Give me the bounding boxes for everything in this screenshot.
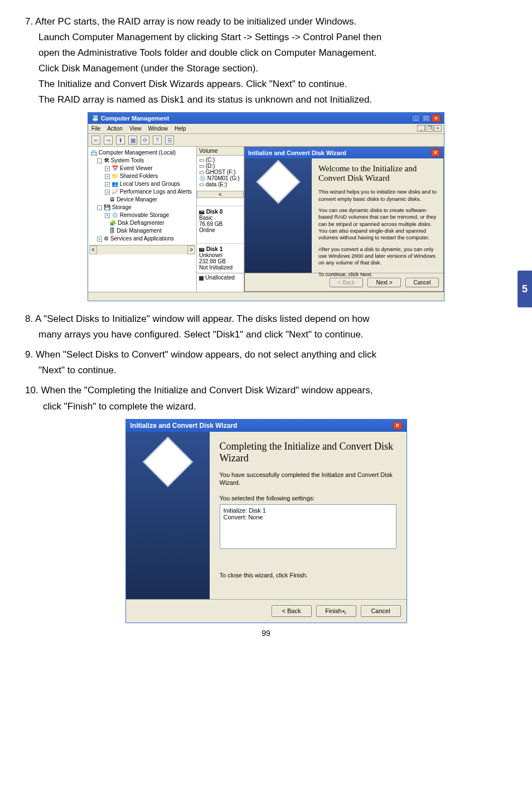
wizard2-p3: To close this wizard, click Finish. (220, 571, 396, 579)
wizard1-p4: To continue, click Next. (318, 271, 437, 278)
cm-volume-pane: Volume ▭ (C:) ▭ (D:) ▭ GHOST (F:) 💿 N70M… (197, 147, 244, 292)
tree-root[interactable]: 📇 Computer Management (Local) (89, 149, 195, 157)
wizard1-back-button: < Back (330, 278, 363, 287)
mdi-close[interactable]: × (434, 125, 442, 132)
tree-shared-folders[interactable]: +📁 Shared Folders (89, 172, 195, 180)
maximize-button[interactable]: □ (422, 114, 431, 122)
vol-c[interactable]: ▭ (C:) (199, 157, 241, 163)
tree-removable[interactable]: +💿 Removable Storage (89, 211, 195, 219)
cm-titlebar: 📇 Computer Management _ □ × (88, 113, 444, 124)
disk1-panel[interactable]: 🖴 Disk 1 Unknown 232.88 GB Not Initializ… (197, 243, 244, 273)
step-7-line5: The Initialize and Convert Disk Wizards … (38, 76, 507, 92)
wizard2-p2: You selected the following settings: (220, 494, 396, 502)
step-10: 10. When the "Completing the Initialize … (25, 383, 507, 414)
menu-action[interactable]: Action (107, 126, 123, 132)
tree-storage[interactable]: -💾 Storage (89, 204, 195, 211)
minimize-button[interactable]: _ (412, 114, 420, 122)
wizard1-close-button[interactable]: × (431, 149, 440, 157)
vol-g[interactable]: 💿 N70M01 (G:) (199, 175, 241, 181)
step-9: 9. When "Select Disks to Convert" window… (25, 347, 507, 378)
tree-local-users[interactable]: +👥 Local Users and Groups (89, 180, 195, 188)
close-button[interactable]: × (432, 114, 441, 122)
step-7-line2: Launch Computer Management by clicking S… (38, 30, 507, 45)
menu-view[interactable]: View (129, 126, 142, 132)
up-icon[interactable]: ⬆ (116, 136, 125, 144)
step-7-num: 7. (25, 14, 33, 30)
step-7-line3: open the Administrative Tools folder and… (38, 45, 507, 61)
tree-event-viewer[interactable]: +📅 Event Viewer (89, 165, 195, 172)
wizard2-dialog: Initialize and Convert Disk Wizard × Com… (125, 419, 407, 623)
mdi-minimize[interactable]: _ (417, 125, 425, 132)
step-7-line1: After PC starts, the RAID array is now r… (35, 16, 356, 27)
list-icon[interactable]: ☰ (165, 136, 174, 144)
disk-wizard-icon (256, 160, 300, 204)
menu-window[interactable]: Window (148, 126, 168, 132)
chapter-tab: 5 (518, 271, 532, 307)
tree-scrollbar[interactable]: <> (89, 245, 195, 254)
wizard2-heading: Completing the Initialize and Convert Di… (220, 441, 396, 464)
step-7: 7. After PC starts, the RAID array is no… (25, 14, 507, 108)
vol-d[interactable]: ▭ (D:) (199, 163, 241, 169)
wizard2-title-text: Initialize and Convert Disk Wizard (130, 422, 238, 430)
legend-unallocated: Unallocated (197, 273, 244, 282)
forward-icon[interactable]: ⇒ (104, 136, 113, 144)
cm-tree: 📇 Computer Management (Local) -🛠 System … (88, 147, 197, 292)
step-10-line2: click "Finish" to complete the wizard. (43, 399, 507, 414)
back-icon[interactable]: ⇐ (91, 136, 100, 144)
step-10-num: 10. (25, 383, 38, 398)
wizard2-set1: Initialize: Disk 1 (224, 507, 393, 514)
tree-system-tools[interactable]: -🛠 System Tools (89, 157, 195, 165)
step-9-line1: When "Select Disks to Convert" window ap… (36, 349, 376, 360)
step-8-num: 8. (25, 311, 33, 327)
wizard1-heading: Welcome to the Initialize and Convert Di… (318, 164, 437, 183)
cm-toolbar: ⇐ ⇒ ⬆ ▦ ⟳ ? ☰ (88, 134, 444, 147)
step-8-line1: A "Select Disks to Initialize" window wi… (35, 314, 370, 324)
computer-management-window: 📇 Computer Management _ □ × File Action … (88, 112, 444, 301)
wizard2-back-button[interactable]: < Back (272, 605, 312, 617)
wizard2-sidebar (126, 432, 210, 599)
step-8-line2: many arrays you have configured. Select … (38, 327, 507, 343)
wizard1-p3: After you convert a disk to dynamic, you… (318, 246, 437, 267)
wizard2-p1: You have successfully completed the Init… (220, 471, 396, 487)
cm-menubar: File Action View Window Help _ ❐ × (88, 124, 444, 134)
wizard2-settings-box: Initialize: Disk 1 Convert: None (220, 504, 396, 549)
wizard2-close-button[interactable]: × (393, 422, 402, 430)
menu-file[interactable]: File (91, 126, 100, 132)
wizard1-cancel-button[interactable]: Cancel (405, 278, 439, 287)
tree-defrag[interactable]: 🧩 Disk Defragmenter (89, 219, 195, 227)
wizard2-cancel-button[interactable]: Cancel (361, 605, 401, 617)
cm-title-text: Computer Management (101, 115, 169, 122)
wizard1-next-button[interactable]: Next > (367, 278, 401, 287)
tree-device-mgr[interactable]: 🖥 Device Manager (89, 196, 195, 204)
step-9-num: 9. (25, 347, 33, 363)
wizard2-finish-button[interactable]: Finish↖ (316, 605, 356, 617)
wizard1-title-text: Initialize and Convert Disk Wizard (248, 150, 346, 156)
vol-e[interactable]: ▭ data (E:) (199, 181, 241, 187)
step-9-line2: "Next" to continue. (38, 363, 507, 378)
wizard1-sidebar (245, 158, 312, 273)
wizard2-set2: Convert: None (224, 514, 393, 520)
tree-services[interactable]: +⚙ Services and Applications (89, 235, 195, 243)
step-8: 8. A "Select Disks to Initialize" window… (25, 311, 507, 343)
wizard1-titlebar: Initialize and Convert Disk Wizard × (245, 147, 443, 158)
vol-f[interactable]: ▭ GHOST (F:) (199, 169, 241, 175)
tree-perf-logs[interactable]: +📈 Performance Logs and Alerts (89, 188, 195, 196)
step-7-line6: The RAID array is named as Disk1 and its… (38, 92, 507, 108)
cursor-icon: ↖ (342, 609, 347, 615)
menu-help[interactable]: Help (175, 126, 186, 132)
vol-scroll-left[interactable]: < (197, 191, 244, 198)
mdi-restore[interactable]: ❐ (425, 125, 433, 132)
refresh-icon[interactable]: ⟳ (141, 136, 149, 144)
disk0-panel[interactable]: 🖴 Disk 0 Basic 76.69 GB Online (197, 206, 244, 235)
wizard1-dialog: Initialize and Convert Disk Wizard × Wel… (244, 147, 444, 292)
views-icon[interactable]: ▦ (128, 136, 137, 144)
cm-statusbar (88, 292, 444, 301)
tree-diskmgmt[interactable]: 🗄 Disk Management (89, 227, 195, 235)
wizard1-p1: This wizard helps you to initialize new … (318, 189, 437, 202)
wizard1-p2: You can use dynamic disks to create soft… (318, 207, 437, 242)
wizard2-titlebar: Initialize and Convert Disk Wizard × (126, 420, 407, 432)
page-number: 99 (25, 629, 507, 638)
volume-header[interactable]: Volume (197, 147, 244, 156)
help-icon[interactable]: ? (153, 136, 162, 144)
disk-wizard-icon (142, 436, 193, 487)
